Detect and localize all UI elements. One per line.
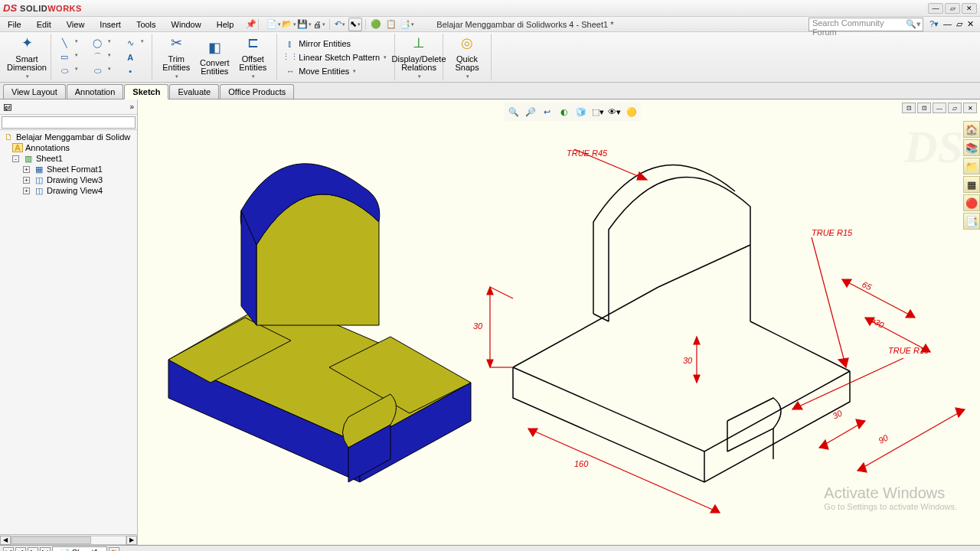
window-close[interactable]: ✕ — [962, 3, 977, 14]
app-close[interactable]: ✕ — [967, 19, 974, 29]
rect-tool[interactable]: ▭ — [59, 52, 70, 63]
canvas-minimize[interactable]: — — [933, 103, 946, 113]
appearance-button[interactable]: 🟡 — [624, 104, 639, 119]
canvas-dock2[interactable]: ⊡ — [917, 103, 931, 113]
feature-tree: 🗋Belajar Menggambar di Solidw AAnnotatio… — [0, 130, 137, 534]
hide-show-button[interactable]: 👁▾ — [607, 104, 622, 119]
sheet-prev[interactable]: ◀ — [15, 547, 26, 552]
sheet-tab-1[interactable]: 📄 Sheet1 — [52, 546, 107, 552]
tree-view4[interactable]: +◫Drawing View4 — [2, 185, 136, 196]
display-style-button[interactable]: ⬚▾ — [590, 104, 606, 119]
tree-sheet-format[interactable]: +▦Sheet Format1 — [2, 164, 136, 174]
tree-root[interactable]: 🗋Belajar Menggambar di Solidw — [2, 132, 136, 142]
dim-r15: TRUE R15 — [812, 228, 853, 237]
window-minimize[interactable]: — — [928, 3, 943, 14]
zoom-fit-button[interactable]: 🔍 — [506, 104, 521, 119]
properties-button[interactable]: 📑▾ — [400, 18, 413, 31]
pattern-button[interactable]: ⋮⋮Linear Sketch Pattern▾ — [282, 51, 390, 64]
menu-file[interactable]: File — [0, 18, 29, 31]
tab-evaluate[interactable]: Evaluate — [169, 84, 219, 99]
sheet-first[interactable]: |◀ — [3, 547, 14, 552]
drawing-svg: TRUE R45 TRUE R15 30 30 160 65 ⌀30 TRUE … — [138, 99, 980, 545]
line-tool[interactable]: ╲ — [59, 38, 70, 49]
canvas-restore[interactable]: ▱ — [948, 103, 962, 113]
folder-button[interactable]: 📁 — [963, 158, 980, 174]
canvas-close[interactable]: ✕ — [963, 103, 977, 113]
view-palette-button[interactable]: ▦ — [963, 176, 980, 193]
previous-view-button[interactable]: ↩ — [540, 104, 555, 119]
search-input[interactable]: Search Community Forum 🔍▾ — [808, 18, 923, 31]
drawing-canvas[interactable]: DS 🔍 🔎 ↩ ◐ 🧊 ⬚▾ 👁▾ 🟡 ⊡ ⊡ — ▱ ✕ 🏠 📚 📁 ▦ 🔴… — [138, 99, 980, 545]
expand-icon[interactable]: + — [23, 166, 30, 173]
display-relations-button[interactable]: ⊥Display/Delete Relations▾ — [400, 34, 438, 80]
tab-annotation[interactable]: Annotation — [67, 84, 124, 99]
menu-window[interactable]: Window — [164, 18, 209, 31]
arc-tool[interactable]: ⌒ — [92, 52, 103, 63]
tree-filter-input[interactable] — [2, 116, 136, 129]
collapse-icon[interactable]: - — [12, 155, 19, 162]
app-restore[interactable]: ▱ — [956, 19, 962, 29]
ellipse-tool[interactable]: ⬭ — [92, 66, 103, 77]
menu-help[interactable]: Help — [209, 18, 242, 31]
undo-button[interactable]: ↶▾ — [333, 18, 347, 31]
expand-icon[interactable]: + — [23, 177, 30, 184]
window-restore[interactable]: ▱ — [945, 3, 960, 14]
appearances-button[interactable]: 🔴 — [963, 194, 980, 211]
add-sheet-button[interactable]: ◧ — [109, 547, 119, 552]
canvas-dock[interactable]: ⊡ — [902, 103, 916, 113]
spline-tool[interactable]: ∿ — [125, 38, 136, 49]
menu-tools[interactable]: Tools — [129, 18, 164, 31]
mirror-button[interactable]: ⫿Mirror Entities — [282, 37, 354, 51]
dimension-icon: ✦ — [18, 34, 36, 53]
library-button[interactable]: 📚 — [963, 139, 980, 156]
collapse-panel-button[interactable]: » — [129, 103, 134, 111]
menu-edit[interactable]: Edit — [29, 18, 59, 31]
tree-annotations[interactable]: AAnnotations — [2, 142, 136, 153]
tab-view-layout[interactable]: View Layout — [3, 84, 66, 99]
menu-view[interactable]: View — [59, 18, 93, 31]
view-orientation-button[interactable]: 🧊 — [573, 104, 589, 119]
ribbon: ✦ Smart Dimension ▾ ╲▾ ◯▾ ∿▾ ▭▾ ⌒▾ A ⬭▾ … — [0, 32, 980, 83]
select-button[interactable]: ⬉▾ — [348, 18, 362, 31]
pattern-icon: ⋮⋮ — [285, 52, 296, 63]
tree-view3[interactable]: +◫Drawing View3 — [2, 174, 136, 185]
tab-office-products[interactable]: Office Products — [220, 84, 294, 99]
tab-sketch[interactable]: Sketch — [124, 84, 168, 99]
sheet-last[interactable]: ▶| — [40, 547, 51, 552]
section-view-button[interactable]: ◐ — [557, 104, 572, 119]
rebuild-button[interactable]: 🟢 — [369, 18, 383, 31]
svg-marker-35 — [819, 440, 828, 449]
zoom-area-button[interactable]: 🔎 — [523, 104, 538, 119]
open-doc-button[interactable]: 📂▾ — [282, 18, 296, 31]
options-button[interactable]: 📋 — [384, 18, 398, 31]
tree-sheet1[interactable]: -▥Sheet1 — [2, 153, 136, 164]
smart-dimension-button[interactable]: ✦ Smart Dimension ▾ — [8, 34, 46, 80]
sheet-next[interactable]: ▶ — [28, 547, 38, 552]
tree-filter-icon[interactable]: 🗟 — [3, 103, 11, 112]
print-button[interactable]: 🖨▾ — [312, 18, 326, 31]
dim-30c: 30 — [831, 408, 844, 421]
home-button[interactable]: 🏠 — [963, 121, 980, 138]
custom-props-button[interactable]: 📑 — [963, 213, 980, 230]
menu-insert[interactable]: Insert — [92, 18, 129, 31]
expand-icon[interactable]: + — [23, 187, 30, 194]
app-minimize[interactable]: — — [943, 19, 952, 29]
svg-marker-39 — [956, 408, 965, 417]
search-icon[interactable]: 🔍▾ — [906, 19, 921, 29]
new-doc-button[interactable]: 📄▾ — [266, 18, 280, 31]
svg-marker-21 — [694, 337, 700, 344]
sidebar-scrollbar[interactable]: ◀▶ — [0, 534, 137, 545]
convert-button[interactable]: ◧Convert Entities — [195, 34, 234, 80]
move-button[interactable]: ↔Move Entities▾ — [282, 64, 359, 78]
quick-snaps-button[interactable]: ◎Quick Snaps▾ — [448, 34, 486, 80]
pushpin-icon[interactable]: 📌 — [246, 19, 256, 29]
point-tool[interactable]: • — [125, 66, 136, 77]
offset-button[interactable]: ⊏Offset Entities▾ — [234, 34, 272, 80]
slot-tool[interactable]: ⬭ — [59, 66, 70, 77]
circle-tool[interactable]: ◯ — [92, 38, 103, 49]
save-button[interactable]: 💾▾ — [297, 18, 311, 31]
text-tool[interactable]: A — [125, 52, 136, 63]
trim-button[interactable]: ✂Trim Entities▾ — [157, 34, 195, 80]
content-area: 🗟 » 🗋Belajar Menggambar di Solidw AAnnot… — [0, 99, 980, 545]
help-button[interactable]: ?▾ — [929, 19, 939, 29]
